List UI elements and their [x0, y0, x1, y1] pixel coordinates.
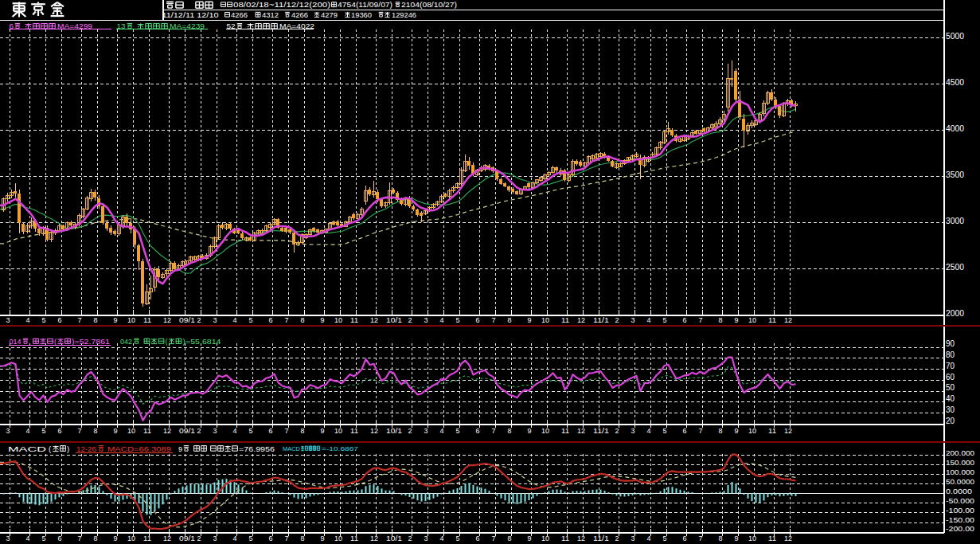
svg-text:4: 4: [233, 534, 237, 542]
svg-text:7: 7: [492, 534, 496, 542]
svg-text:7: 7: [492, 427, 496, 435]
svg-text:2: 2: [408, 534, 412, 542]
svg-text:(: (: [166, 338, 168, 346]
svg-text:8: 8: [94, 534, 98, 542]
svg-text:50.0000: 50.0000: [946, 477, 974, 486]
svg-text:2000: 2000: [946, 309, 964, 318]
svg-text:12: 12: [577, 316, 585, 324]
svg-text:3: 3: [6, 427, 10, 435]
svg-text:100.000: 100.000: [946, 468, 974, 476]
svg-text:4754(11/09/07): 4754(11/09/07): [338, 1, 392, 9]
svg-text:5: 5: [249, 427, 253, 435]
svg-text:2: 2: [615, 316, 619, 324]
svg-text:9: 9: [114, 427, 118, 435]
svg-text:8: 8: [508, 427, 512, 435]
svg-text:7: 7: [78, 316, 82, 324]
svg-text:09/1: 09/1: [179, 534, 195, 542]
svg-text:9: 9: [735, 316, 739, 324]
svg-text:5: 5: [249, 534, 253, 542]
svg-text:8: 8: [508, 316, 512, 324]
svg-text:6: 6: [683, 427, 687, 435]
svg-text:08/02/18~11/12/12(200): 08/02/18~11/12/12(200): [233, 1, 330, 9]
svg-text:10/1: 10/1: [386, 534, 402, 542]
svg-text:MACD: MACD: [283, 445, 300, 452]
svg-text:10: 10: [127, 534, 135, 542]
svg-text:11: 11: [768, 534, 776, 542]
svg-text:6: 6: [476, 534, 480, 542]
svg-text:4: 4: [647, 316, 651, 324]
svg-text:6: 6: [683, 316, 687, 324]
svg-text:7: 7: [699, 427, 703, 435]
svg-text:9: 9: [528, 534, 532, 542]
svg-text:3: 3: [424, 316, 428, 324]
svg-text:6: 6: [476, 427, 480, 435]
svg-text:7: 7: [699, 316, 703, 324]
svg-text:11: 11: [350, 427, 358, 435]
svg-text:4: 4: [440, 316, 444, 324]
svg-text:3: 3: [213, 316, 217, 324]
svg-text:10: 10: [748, 427, 756, 435]
svg-text:9: 9: [114, 534, 118, 542]
svg-text:6: 6: [58, 534, 62, 542]
svg-text:30: 30: [946, 405, 955, 414]
svg-text:2: 2: [197, 316, 201, 324]
svg-text:3000: 3000: [946, 217, 964, 225]
svg-text:3: 3: [631, 316, 635, 324]
svg-text:9: 9: [114, 316, 118, 324]
svg-text:52: 52: [227, 22, 236, 30]
svg-text:10: 10: [334, 534, 342, 542]
svg-text:4279: 4279: [321, 11, 338, 19]
svg-text:8: 8: [301, 427, 305, 435]
svg-text:4266: 4266: [291, 11, 308, 19]
svg-text:0.0000: 0.0000: [946, 487, 972, 495]
svg-text:90: 90: [946, 339, 955, 348]
svg-text:(: (: [54, 338, 57, 346]
svg-text:8: 8: [301, 534, 305, 542]
svg-text:9: 9: [321, 316, 325, 324]
svg-text:4: 4: [233, 427, 237, 435]
svg-text:4: 4: [647, 427, 651, 435]
svg-text:MA=4239: MA=4239: [170, 22, 205, 30]
svg-text:2: 2: [197, 534, 201, 542]
svg-text:7: 7: [285, 534, 289, 542]
svg-text:40: 40: [946, 394, 955, 403]
svg-text:9: 9: [735, 534, 739, 542]
svg-text:9: 9: [528, 427, 532, 435]
svg-text:5: 5: [456, 534, 460, 542]
svg-text:8: 8: [719, 534, 723, 542]
svg-text:5: 5: [42, 316, 46, 324]
svg-text:11: 11: [143, 534, 151, 542]
svg-text:12-26: 12-26: [76, 445, 96, 453]
svg-text:8: 8: [301, 316, 305, 324]
svg-text:10/1: 10/1: [386, 427, 402, 435]
svg-text:60: 60: [946, 373, 955, 382]
svg-text:7: 7: [492, 316, 496, 324]
svg-text:)=52.7861: )=52.7861: [72, 338, 110, 346]
svg-text:3: 3: [631, 534, 635, 542]
svg-text:3: 3: [631, 427, 635, 435]
svg-text:6: 6: [58, 316, 62, 324]
svg-text:11: 11: [768, 427, 776, 435]
svg-text:3: 3: [424, 534, 428, 542]
svg-text:=76.9956: =76.9956: [239, 445, 275, 453]
svg-text:5000: 5000: [946, 32, 964, 41]
svg-text:13: 13: [117, 22, 126, 30]
svg-text:2: 2: [615, 427, 619, 435]
svg-text:129246: 129246: [392, 11, 416, 19]
svg-text:4312: 4312: [262, 11, 279, 19]
svg-text:10/1: 10/1: [386, 316, 402, 324]
svg-text:50: 50: [946, 383, 955, 392]
svg-text:10: 10: [541, 427, 549, 435]
svg-text:042: 042: [120, 338, 132, 346]
svg-text:4: 4: [26, 534, 30, 542]
svg-text:7: 7: [285, 316, 289, 324]
svg-text:3: 3: [213, 534, 217, 542]
svg-text:5: 5: [42, 534, 46, 542]
svg-text:150.000: 150.000: [946, 458, 974, 467]
svg-text:12: 12: [370, 427, 378, 435]
svg-text:8: 8: [508, 534, 512, 542]
svg-text:200.000: 200.000: [946, 448, 974, 457]
svg-text:80: 80: [946, 350, 955, 359]
svg-text:12: 12: [784, 316, 792, 324]
svg-text:19360: 19360: [351, 11, 372, 19]
